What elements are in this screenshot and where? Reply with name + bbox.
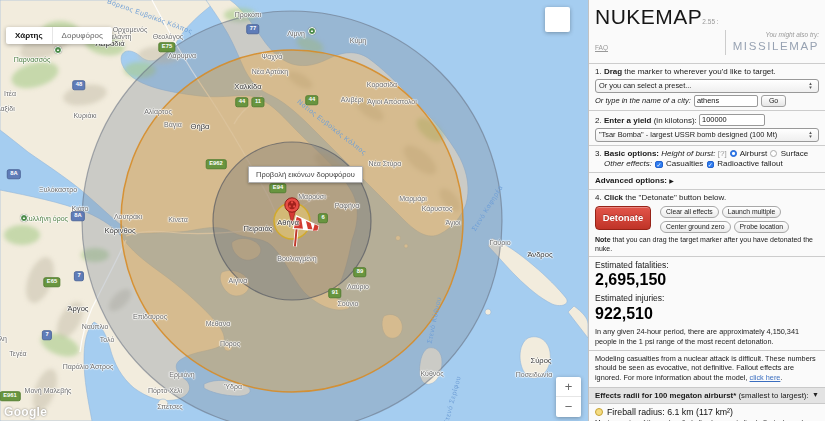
yield-input[interactable] (699, 114, 765, 126)
center-ground-zero-button[interactable]: Center ground zero (660, 221, 731, 233)
city-input[interactable] (694, 95, 758, 107)
probe-location-button[interactable]: Probe location (734, 221, 789, 233)
fullscreen-button[interactable] (545, 7, 570, 32)
map-canvas[interactable]: ΑταλάντηΘεολόγοςΛάρυμναΠροκόπιΛίμνηΚύμηΨ… (0, 0, 588, 421)
map-type-control: Χάρτης Δορυφόρος (6, 27, 112, 44)
casualties-label: Casualties (666, 159, 703, 168)
surface-label: Surface (781, 149, 809, 158)
airburst-label: Airburst (740, 149, 768, 158)
map-terrain (0, 0, 588, 421)
app-title: NUKEMAP2.55 : FAQ (595, 4, 725, 57)
divider (589, 172, 825, 173)
effects-list: Fireball radius: 6.1 km (117 km²)Maximum… (595, 407, 819, 421)
fireball-ring-icon (595, 408, 603, 416)
satellite-tooltip: Προβολή εικόνων δορυφόρου (248, 166, 363, 183)
select-stepper-icon (806, 82, 815, 90)
panel-header: NUKEMAP2.55 : FAQ You might also try: MI… (595, 2, 819, 60)
secondary-buttons: Clear all effectsLaunch multipleCenter g… (660, 206, 794, 233)
divider (589, 256, 825, 257)
casualties-checkbox[interactable] (655, 161, 663, 169)
population-context: In any given 24-hour period, there are a… (595, 327, 819, 347)
other-effects-label: Other effects: (604, 159, 652, 168)
step-1: 1. Drag the marker to wherever you'd lik… (595, 67, 819, 77)
promo-lead: You might also try: (733, 31, 819, 39)
divider (589, 145, 825, 146)
drag-note: Note that you can drag the target marker… (595, 235, 819, 253)
zoom-out-button[interactable]: − (556, 397, 581, 417)
map-type-satellite-button[interactable]: Δορυφόρος (52, 27, 112, 44)
detonate-button[interactable]: Detonate (595, 206, 651, 230)
step-4: 4. Click the "Detonate" button below. (595, 193, 819, 203)
app-title-text: NUKEMAP (595, 5, 702, 28)
action-buttons-row: Detonate Clear all effectsLaunch multipl… (595, 206, 819, 233)
bomb-preset-value: "Tsar Bomba" - largest USSR bomb designe… (599, 130, 806, 139)
advanced-options-toggle[interactable]: Advanced options: ▶ (595, 176, 819, 186)
zoom-in-button[interactable]: + (556, 377, 581, 397)
divider (589, 63, 825, 64)
map-type-map-button[interactable]: Χάρτης (6, 27, 52, 44)
missilemap-promo[interactable]: You might also try: MISSILEMAP (725, 30, 819, 55)
fatalities-label: Estimated fatalities: (595, 260, 819, 271)
go-button[interactable]: Go (761, 95, 786, 107)
fallout-checkbox[interactable] (707, 161, 715, 169)
airburst-radio[interactable] (730, 150, 737, 157)
effects-radii-header[interactable]: Effects radii for 100 megaton airburst* … (589, 387, 825, 404)
clear-all-effects-button[interactable]: Clear all effects (660, 206, 719, 218)
divider (589, 189, 825, 190)
preset-select[interactable]: Or you can select a preset... (595, 79, 819, 93)
launch-multiple-button[interactable]: Launch multiple (722, 206, 782, 218)
missilemap-link[interactable]: MISSILEMAP (733, 40, 819, 52)
effect-item-fireball: Fireball radius: 6.1 km (117 km²)Maximum… (595, 407, 819, 421)
select-stepper-icon (806, 131, 815, 139)
fallout-label: Radioactive fallout (717, 159, 782, 168)
map-zoom-control: + − (556, 377, 581, 417)
step-3: 3. Basic options: Height of burst: [?] A… (595, 149, 819, 169)
preset-select-value: Or you can select a preset... (599, 81, 806, 90)
surface-radio[interactable] (770, 150, 777, 157)
divider (589, 350, 825, 351)
faq-link[interactable]: FAQ (595, 44, 608, 51)
expand-arrow-icon: ▶ (669, 178, 674, 184)
effect-title: Fireball radius: 6.1 km (117 km²) (607, 407, 733, 418)
google-logo: Google (4, 405, 47, 419)
injuries-label: Estimated injuries: (595, 293, 819, 304)
fatalities-value: 2,695,150 (595, 270, 819, 290)
click-here-link[interactable]: click here (750, 373, 781, 382)
bomb-preset-select[interactable]: "Tsar Bomba" - largest USSR bomb designe… (595, 128, 819, 142)
city-label: Or type in the name of a city: (595, 96, 691, 105)
version-label: 2.55 (702, 18, 715, 25)
collapse-arrow-icon: ▼ (812, 391, 819, 400)
height-of-burst-help-link[interactable]: [?] (718, 149, 727, 158)
injuries-value: 922,510 (595, 304, 819, 324)
divider (589, 110, 825, 111)
model-disclaimer: Modeling casualties from a nuclear attac… (595, 354, 819, 384)
step-2: 2. Enter a yield (in kilotons): (595, 114, 819, 126)
control-panel: NUKEMAP2.55 : FAQ You might also try: MI… (588, 0, 825, 421)
city-search-row: Or type in the name of a city: Go (595, 95, 819, 107)
